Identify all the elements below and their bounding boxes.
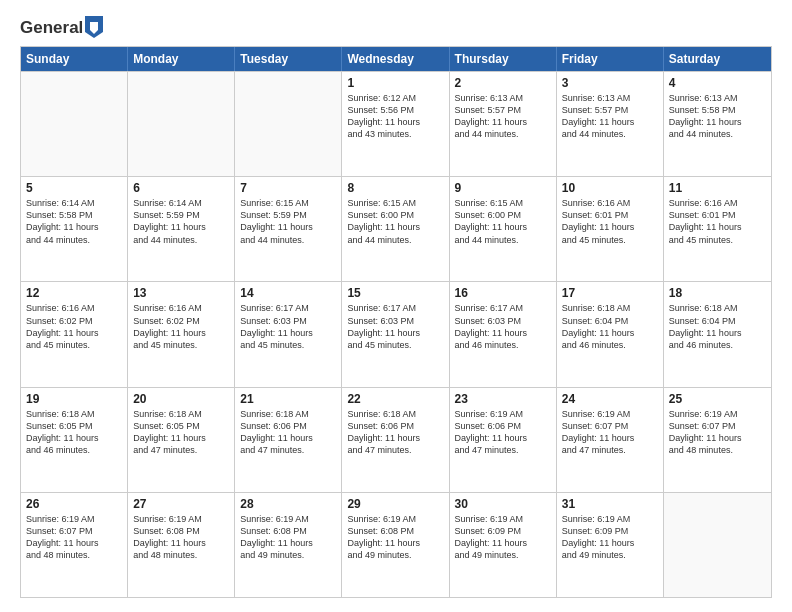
cell-info: Sunrise: 6:19 AM Sunset: 6:09 PM Dayligh… [455, 513, 551, 562]
day-number: 30 [455, 497, 551, 511]
cell-info: Sunrise: 6:13 AM Sunset: 5:58 PM Dayligh… [669, 92, 766, 141]
cell-info: Sunrise: 6:19 AM Sunset: 6:07 PM Dayligh… [26, 513, 122, 562]
cell-info: Sunrise: 6:19 AM Sunset: 6:09 PM Dayligh… [562, 513, 658, 562]
day-number: 6 [133, 181, 229, 195]
day-number: 10 [562, 181, 658, 195]
cell-info: Sunrise: 6:14 AM Sunset: 5:59 PM Dayligh… [133, 197, 229, 246]
cell-info: Sunrise: 6:16 AM Sunset: 6:01 PM Dayligh… [669, 197, 766, 246]
calendar-row-4: 26Sunrise: 6:19 AM Sunset: 6:07 PM Dayli… [21, 492, 771, 597]
day-number: 27 [133, 497, 229, 511]
day-cell-13: 13Sunrise: 6:16 AM Sunset: 6:02 PM Dayli… [128, 282, 235, 386]
day-cell-11: 11Sunrise: 6:16 AM Sunset: 6:01 PM Dayli… [664, 177, 771, 281]
calendar-body: 1Sunrise: 6:12 AM Sunset: 5:56 PM Daylig… [21, 71, 771, 597]
cell-info: Sunrise: 6:15 AM Sunset: 5:59 PM Dayligh… [240, 197, 336, 246]
day-number: 28 [240, 497, 336, 511]
weekday-header-saturday: Saturday [664, 47, 771, 71]
empty-cell [235, 72, 342, 176]
day-number: 14 [240, 286, 336, 300]
cell-info: Sunrise: 6:19 AM Sunset: 6:08 PM Dayligh… [133, 513, 229, 562]
day-cell-6: 6Sunrise: 6:14 AM Sunset: 5:59 PM Daylig… [128, 177, 235, 281]
logo-icon [85, 16, 103, 38]
calendar-row-3: 19Sunrise: 6:18 AM Sunset: 6:05 PM Dayli… [21, 387, 771, 492]
day-cell-1: 1Sunrise: 6:12 AM Sunset: 5:56 PM Daylig… [342, 72, 449, 176]
day-cell-9: 9Sunrise: 6:15 AM Sunset: 6:00 PM Daylig… [450, 177, 557, 281]
weekday-header-monday: Monday [128, 47, 235, 71]
day-number: 9 [455, 181, 551, 195]
day-number: 26 [26, 497, 122, 511]
empty-cell [664, 493, 771, 597]
day-cell-19: 19Sunrise: 6:18 AM Sunset: 6:05 PM Dayli… [21, 388, 128, 492]
calendar: SundayMondayTuesdayWednesdayThursdayFrid… [20, 46, 772, 598]
day-cell-23: 23Sunrise: 6:19 AM Sunset: 6:06 PM Dayli… [450, 388, 557, 492]
cell-info: Sunrise: 6:18 AM Sunset: 6:06 PM Dayligh… [240, 408, 336, 457]
day-cell-7: 7Sunrise: 6:15 AM Sunset: 5:59 PM Daylig… [235, 177, 342, 281]
day-cell-17: 17Sunrise: 6:18 AM Sunset: 6:04 PM Dayli… [557, 282, 664, 386]
day-number: 21 [240, 392, 336, 406]
day-number: 25 [669, 392, 766, 406]
day-number: 8 [347, 181, 443, 195]
calendar-header: SundayMondayTuesdayWednesdayThursdayFrid… [21, 47, 771, 71]
logo-general: General [20, 18, 83, 38]
calendar-row-0: 1Sunrise: 6:12 AM Sunset: 5:56 PM Daylig… [21, 71, 771, 176]
empty-cell [21, 72, 128, 176]
cell-info: Sunrise: 6:15 AM Sunset: 6:00 PM Dayligh… [455, 197, 551, 246]
day-cell-26: 26Sunrise: 6:19 AM Sunset: 6:07 PM Dayli… [21, 493, 128, 597]
day-number: 31 [562, 497, 658, 511]
cell-info: Sunrise: 6:13 AM Sunset: 5:57 PM Dayligh… [562, 92, 658, 141]
day-number: 5 [26, 181, 122, 195]
day-cell-21: 21Sunrise: 6:18 AM Sunset: 6:06 PM Dayli… [235, 388, 342, 492]
calendar-row-1: 5Sunrise: 6:14 AM Sunset: 5:58 PM Daylig… [21, 176, 771, 281]
weekday-header-sunday: Sunday [21, 47, 128, 71]
cell-info: Sunrise: 6:18 AM Sunset: 6:05 PM Dayligh… [133, 408, 229, 457]
day-cell-2: 2Sunrise: 6:13 AM Sunset: 5:57 PM Daylig… [450, 72, 557, 176]
empty-cell [128, 72, 235, 176]
day-cell-8: 8Sunrise: 6:15 AM Sunset: 6:00 PM Daylig… [342, 177, 449, 281]
day-cell-5: 5Sunrise: 6:14 AM Sunset: 5:58 PM Daylig… [21, 177, 128, 281]
day-cell-12: 12Sunrise: 6:16 AM Sunset: 6:02 PM Dayli… [21, 282, 128, 386]
cell-info: Sunrise: 6:19 AM Sunset: 6:08 PM Dayligh… [347, 513, 443, 562]
cell-info: Sunrise: 6:19 AM Sunset: 6:07 PM Dayligh… [562, 408, 658, 457]
day-cell-3: 3Sunrise: 6:13 AM Sunset: 5:57 PM Daylig… [557, 72, 664, 176]
logo: General [20, 18, 103, 36]
weekday-header-wednesday: Wednesday [342, 47, 449, 71]
cell-info: Sunrise: 6:16 AM Sunset: 6:02 PM Dayligh… [26, 302, 122, 351]
day-cell-30: 30Sunrise: 6:19 AM Sunset: 6:09 PM Dayli… [450, 493, 557, 597]
day-cell-18: 18Sunrise: 6:18 AM Sunset: 6:04 PM Dayli… [664, 282, 771, 386]
day-cell-29: 29Sunrise: 6:19 AM Sunset: 6:08 PM Dayli… [342, 493, 449, 597]
cell-info: Sunrise: 6:16 AM Sunset: 6:02 PM Dayligh… [133, 302, 229, 351]
weekday-header-friday: Friday [557, 47, 664, 71]
day-cell-31: 31Sunrise: 6:19 AM Sunset: 6:09 PM Dayli… [557, 493, 664, 597]
weekday-header-tuesday: Tuesday [235, 47, 342, 71]
cell-info: Sunrise: 6:18 AM Sunset: 6:04 PM Dayligh… [669, 302, 766, 351]
day-number: 15 [347, 286, 443, 300]
day-number: 16 [455, 286, 551, 300]
day-number: 20 [133, 392, 229, 406]
day-number: 29 [347, 497, 443, 511]
day-number: 18 [669, 286, 766, 300]
calendar-row-2: 12Sunrise: 6:16 AM Sunset: 6:02 PM Dayli… [21, 281, 771, 386]
day-cell-28: 28Sunrise: 6:19 AM Sunset: 6:08 PM Dayli… [235, 493, 342, 597]
day-number: 12 [26, 286, 122, 300]
day-cell-14: 14Sunrise: 6:17 AM Sunset: 6:03 PM Dayli… [235, 282, 342, 386]
cell-info: Sunrise: 6:18 AM Sunset: 6:05 PM Dayligh… [26, 408, 122, 457]
cell-info: Sunrise: 6:19 AM Sunset: 6:07 PM Dayligh… [669, 408, 766, 457]
day-number: 11 [669, 181, 766, 195]
day-number: 1 [347, 76, 443, 90]
day-number: 22 [347, 392, 443, 406]
cell-info: Sunrise: 6:19 AM Sunset: 6:08 PM Dayligh… [240, 513, 336, 562]
cell-info: Sunrise: 6:15 AM Sunset: 6:00 PM Dayligh… [347, 197, 443, 246]
day-cell-27: 27Sunrise: 6:19 AM Sunset: 6:08 PM Dayli… [128, 493, 235, 597]
day-cell-20: 20Sunrise: 6:18 AM Sunset: 6:05 PM Dayli… [128, 388, 235, 492]
day-number: 3 [562, 76, 658, 90]
day-cell-15: 15Sunrise: 6:17 AM Sunset: 6:03 PM Dayli… [342, 282, 449, 386]
day-number: 24 [562, 392, 658, 406]
weekday-header-thursday: Thursday [450, 47, 557, 71]
cell-info: Sunrise: 6:19 AM Sunset: 6:06 PM Dayligh… [455, 408, 551, 457]
cell-info: Sunrise: 6:14 AM Sunset: 5:58 PM Dayligh… [26, 197, 122, 246]
day-cell-24: 24Sunrise: 6:19 AM Sunset: 6:07 PM Dayli… [557, 388, 664, 492]
cell-info: Sunrise: 6:17 AM Sunset: 6:03 PM Dayligh… [347, 302, 443, 351]
cell-info: Sunrise: 6:12 AM Sunset: 5:56 PM Dayligh… [347, 92, 443, 141]
day-number: 7 [240, 181, 336, 195]
day-cell-4: 4Sunrise: 6:13 AM Sunset: 5:58 PM Daylig… [664, 72, 771, 176]
day-number: 19 [26, 392, 122, 406]
